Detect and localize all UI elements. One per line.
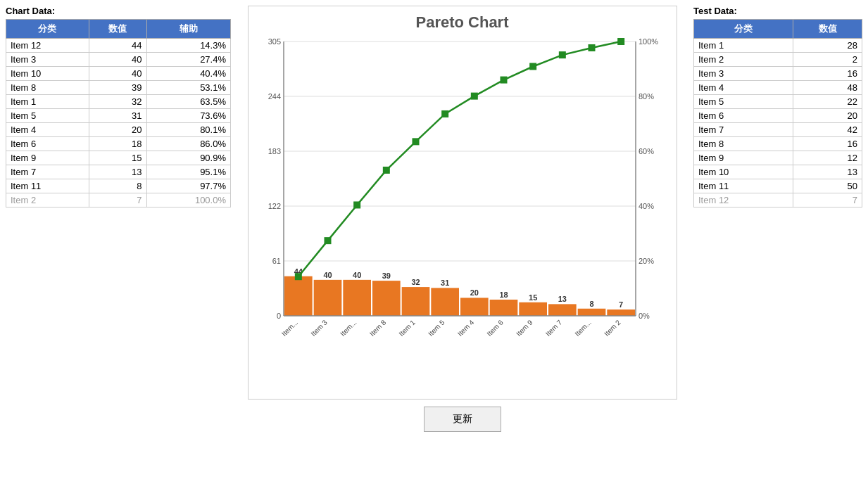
dot	[353, 201, 360, 208]
dot	[617, 38, 624, 45]
svg-text:Item 4: Item 4	[455, 318, 475, 338]
chart-row-label: Item 7	[6, 165, 89, 179]
bar-11	[607, 309, 635, 316]
chart-container: Pareto Chart 00%6120%12240%18360%24480%3…	[248, 6, 677, 400]
main-container: Chart Data: 分类 数值 辅助 Item 12 44 14.3% It…	[6, 6, 862, 473]
dot	[529, 63, 536, 70]
dot	[558, 51, 565, 58]
bar-6	[460, 298, 489, 316]
test-table-row: Item 11 50	[694, 179, 862, 193]
svg-text:Item 1: Item 1	[397, 318, 417, 338]
test-row-value: 20	[793, 109, 862, 123]
dot	[412, 138, 419, 145]
bar-3	[372, 281, 401, 316]
svg-text:40: 40	[323, 271, 332, 279]
chart-row-value: 32	[89, 95, 146, 109]
test-data-panel: Test Data: 分类 数值 Item 1 28 Item 2 2 Item…	[693, 6, 862, 473]
chart-row-value: 15	[89, 151, 146, 165]
svg-text:Item 3: Item 3	[309, 318, 329, 338]
chart-row-label: Item 4	[6, 123, 89, 137]
bar-7	[489, 300, 517, 316]
chart-table-row: Item 2 7 100.0%	[6, 193, 231, 207]
bar-9	[548, 304, 577, 316]
svg-text:183: 183	[268, 147, 280, 155]
svg-text:Item...: Item...	[339, 319, 358, 338]
chart-row-label: Item 1	[6, 95, 89, 109]
test-row-value: 50	[793, 179, 862, 193]
svg-text:100%: 100%	[639, 37, 658, 46]
chart-row-pct: 90.9%	[146, 151, 230, 165]
chart-row-label: Item 5	[6, 109, 89, 123]
chart-row-value: 7	[89, 193, 146, 207]
test-table-row: Item 10 13	[694, 165, 862, 179]
test-row-value: 2	[793, 53, 862, 67]
chart-data-title: Chart Data:	[6, 6, 231, 16]
svg-text:20: 20	[470, 288, 478, 297]
svg-text:32: 32	[411, 278, 420, 286]
test-table-row: Item 12 7	[694, 193, 862, 207]
chart-row-label: Item 8	[6, 81, 89, 95]
dot	[382, 167, 389, 174]
chart-row-value: 31	[89, 109, 146, 123]
svg-text:39: 39	[382, 272, 390, 280]
test-table-row: Item 1 28	[694, 39, 862, 53]
chart-row-pct: 86.0%	[146, 137, 230, 151]
test-table-row: Item 6 20	[694, 109, 862, 123]
svg-text:Item...: Item...	[279, 319, 298, 338]
svg-text:Item 7: Item 7	[543, 318, 563, 338]
test-table-row: Item 5 22	[694, 95, 862, 109]
bar-1	[313, 280, 341, 316]
update-button[interactable]: 更新	[424, 407, 501, 432]
dot	[324, 237, 331, 244]
chart-row-value: 18	[89, 137, 146, 151]
chart-row-value: 39	[89, 81, 146, 95]
svg-text:61: 61	[272, 257, 280, 265]
test-table-row: Item 9 12	[694, 151, 862, 165]
chart-row-pct: 100.0%	[146, 193, 230, 207]
chart-row-pct: 27.4%	[146, 53, 230, 67]
dot	[500, 77, 507, 84]
svg-text:7: 7	[619, 300, 623, 309]
chart-row-pct: 80.1%	[146, 123, 230, 137]
test-row-label: Item 10	[694, 165, 793, 179]
chart-col-category: 分类	[6, 20, 89, 39]
svg-text:Item 5: Item 5	[427, 318, 446, 338]
svg-text:18: 18	[499, 290, 508, 299]
chart-row-value: 20	[89, 123, 146, 137]
test-data-title: Test Data:	[693, 6, 862, 16]
chart-table-row: Item 5 31 73.6%	[6, 109, 231, 123]
chart-row-pct: 14.3%	[146, 39, 230, 53]
svg-text:0: 0	[276, 312, 280, 320]
chart-row-pct: 53.1%	[146, 81, 230, 95]
test-row-value: 42	[793, 123, 862, 137]
svg-text:Item 9: Item 9	[515, 318, 534, 338]
svg-text:122: 122	[268, 202, 280, 210]
dot	[588, 44, 595, 51]
test-row-value: 12	[793, 151, 862, 165]
chart-row-label: Item 12	[6, 39, 89, 53]
test-row-value: 13	[793, 165, 862, 179]
chart-table-row: Item 4 20 80.1%	[6, 123, 231, 137]
bar-4	[401, 287, 429, 316]
dot	[470, 93, 477, 100]
test-col-category: 分类	[694, 20, 793, 39]
chart-row-value: 40	[89, 53, 146, 67]
chart-row-value: 44	[89, 39, 146, 53]
test-row-label: Item 3	[694, 67, 793, 81]
chart-table-row: Item 3 40 27.4%	[6, 53, 231, 67]
bar-5	[431, 288, 459, 316]
test-row-value: 7	[793, 193, 862, 207]
test-table-row: Item 2 2	[694, 53, 862, 67]
test-row-value: 16	[793, 67, 862, 81]
svg-text:0%: 0%	[639, 312, 650, 320]
svg-text:Item 8: Item 8	[367, 318, 387, 338]
chart-table-row: Item 1 32 63.5%	[6, 95, 231, 109]
bar-2	[343, 280, 371, 316]
bar-10	[577, 309, 605, 316]
chart-col-aux: 辅助	[146, 20, 230, 39]
pareto-chart-svg: 00%6120%12240%18360%24480%305100%44Item.…	[256, 34, 671, 379]
chart-row-pct: 97.7%	[146, 179, 230, 193]
test-row-label: Item 8	[694, 137, 793, 151]
svg-text:13: 13	[558, 295, 566, 303]
bar-0	[284, 276, 313, 316]
